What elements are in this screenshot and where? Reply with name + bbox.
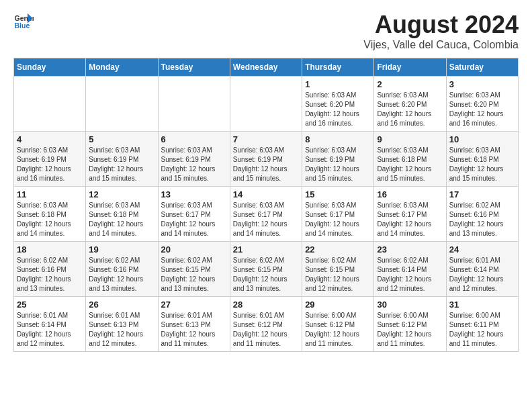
title-area: August 2024 Vijes, Valle del Cauca, Colo… xyxy=(363,11,519,51)
day-info: Sunrise: 6:01 AM Sunset: 6:13 PM Dayligh… xyxy=(89,311,154,349)
calendar-cell: 17Sunrise: 6:02 AM Sunset: 6:16 PM Dayli… xyxy=(446,187,518,242)
calendar-cell: 31Sunrise: 6:00 AM Sunset: 6:11 PM Dayli… xyxy=(446,297,518,352)
day-number: 11 xyxy=(17,189,83,199)
calendar-cell: 29Sunrise: 6:00 AM Sunset: 6:12 PM Dayli… xyxy=(302,297,374,352)
day-number: 23 xyxy=(377,244,443,255)
header-monday: Monday xyxy=(86,58,158,77)
page-subtitle: Vijes, Valle del Cauca, Colombia xyxy=(363,39,519,51)
calendar-cell: 9Sunrise: 6:03 AM Sunset: 6:18 PM Daylig… xyxy=(374,132,446,187)
calendar-cell: 30Sunrise: 6:00 AM Sunset: 6:12 PM Dayli… xyxy=(374,297,446,352)
day-number: 2 xyxy=(377,79,443,89)
header-sunday: Sunday xyxy=(14,58,86,77)
day-number: 8 xyxy=(305,134,371,144)
day-number: 7 xyxy=(233,134,299,144)
day-info: Sunrise: 6:01 AM Sunset: 6:14 PM Dayligh… xyxy=(17,311,83,349)
day-number: 14 xyxy=(233,189,299,199)
day-number: 24 xyxy=(449,244,515,255)
header: General Blue August 2024 Vijes, Valle de… xyxy=(13,11,519,51)
logo-icon: General Blue xyxy=(13,11,34,31)
svg-text:Blue: Blue xyxy=(15,21,30,30)
calendar-cell: 5Sunrise: 6:03 AM Sunset: 6:19 PM Daylig… xyxy=(86,132,158,187)
calendar-cell: 21Sunrise: 6:02 AM Sunset: 6:15 PM Dayli… xyxy=(230,242,302,297)
calendar-cell: 2Sunrise: 6:03 AM Sunset: 6:20 PM Daylig… xyxy=(374,77,446,132)
calendar-cell: 25Sunrise: 6:01 AM Sunset: 6:14 PM Dayli… xyxy=(14,297,86,352)
day-info: Sunrise: 6:03 AM Sunset: 6:20 PM Dayligh… xyxy=(449,91,515,128)
calendar-cell: 10Sunrise: 6:03 AM Sunset: 6:18 PM Dayli… xyxy=(446,132,518,187)
day-number: 15 xyxy=(305,189,371,199)
day-info: Sunrise: 6:02 AM Sunset: 6:16 PM Dayligh… xyxy=(17,256,83,293)
day-number: 6 xyxy=(161,134,227,144)
calendar-cell xyxy=(14,77,86,132)
day-info: Sunrise: 6:03 AM Sunset: 6:17 PM Dayligh… xyxy=(161,201,227,238)
day-number: 4 xyxy=(17,134,83,144)
day-info: Sunrise: 6:02 AM Sunset: 6:16 PM Dayligh… xyxy=(89,256,154,293)
day-info: Sunrise: 6:03 AM Sunset: 6:17 PM Dayligh… xyxy=(305,201,371,238)
calendar-cell: 14Sunrise: 6:03 AM Sunset: 6:17 PM Dayli… xyxy=(230,187,302,242)
day-number: 18 xyxy=(17,244,83,255)
day-number: 31 xyxy=(449,300,515,310)
day-info: Sunrise: 6:00 AM Sunset: 6:12 PM Dayligh… xyxy=(377,311,443,349)
day-number: 17 xyxy=(449,189,515,199)
calendar-cell: 13Sunrise: 6:03 AM Sunset: 6:17 PM Dayli… xyxy=(158,187,230,242)
calendar-cell: 27Sunrise: 6:01 AM Sunset: 6:13 PM Dayli… xyxy=(158,297,230,352)
calendar-cell: 3Sunrise: 6:03 AM Sunset: 6:20 PM Daylig… xyxy=(446,77,518,132)
calendar-week-row: 11Sunrise: 6:03 AM Sunset: 6:18 PM Dayli… xyxy=(14,187,519,242)
calendar-cell: 4Sunrise: 6:03 AM Sunset: 6:19 PM Daylig… xyxy=(14,132,86,187)
day-number: 20 xyxy=(161,244,227,255)
day-info: Sunrise: 6:01 AM Sunset: 6:14 PM Dayligh… xyxy=(449,256,515,293)
day-info: Sunrise: 6:03 AM Sunset: 6:19 PM Dayligh… xyxy=(161,146,227,183)
day-number: 28 xyxy=(233,300,299,310)
header-friday: Friday xyxy=(374,58,446,77)
day-number: 12 xyxy=(89,189,154,199)
page-title: August 2024 xyxy=(363,11,519,39)
day-info: Sunrise: 6:00 AM Sunset: 6:12 PM Dayligh… xyxy=(305,311,371,349)
logo: General Blue xyxy=(13,11,34,31)
calendar-week-row: 1Sunrise: 6:03 AM Sunset: 6:20 PM Daylig… xyxy=(14,77,519,132)
calendar-week-row: 4Sunrise: 6:03 AM Sunset: 6:19 PM Daylig… xyxy=(14,132,519,187)
header-wednesday: Wednesday xyxy=(230,58,302,77)
day-number: 26 xyxy=(89,300,154,310)
day-info: Sunrise: 6:02 AM Sunset: 6:15 PM Dayligh… xyxy=(305,256,371,293)
calendar-cell xyxy=(230,77,302,132)
calendar-cell: 24Sunrise: 6:01 AM Sunset: 6:14 PM Dayli… xyxy=(446,242,518,297)
day-info: Sunrise: 6:03 AM Sunset: 6:18 PM Dayligh… xyxy=(89,201,154,238)
calendar-cell: 28Sunrise: 6:01 AM Sunset: 6:12 PM Dayli… xyxy=(230,297,302,352)
calendar-cell: 1Sunrise: 6:03 AM Sunset: 6:20 PM Daylig… xyxy=(302,77,374,132)
day-number: 10 xyxy=(449,134,515,144)
calendar-cell: 8Sunrise: 6:03 AM Sunset: 6:19 PM Daylig… xyxy=(302,132,374,187)
day-info: Sunrise: 6:02 AM Sunset: 6:16 PM Dayligh… xyxy=(449,201,515,238)
day-info: Sunrise: 6:03 AM Sunset: 6:20 PM Dayligh… xyxy=(377,91,443,128)
day-number: 19 xyxy=(89,244,154,255)
calendar-cell: 6Sunrise: 6:03 AM Sunset: 6:19 PM Daylig… xyxy=(158,132,230,187)
day-info: Sunrise: 6:02 AM Sunset: 6:14 PM Dayligh… xyxy=(377,256,443,293)
day-info: Sunrise: 6:03 AM Sunset: 6:17 PM Dayligh… xyxy=(233,201,299,238)
header-saturday: Saturday xyxy=(446,58,518,77)
calendar-week-row: 18Sunrise: 6:02 AM Sunset: 6:16 PM Dayli… xyxy=(14,242,519,297)
day-info: Sunrise: 6:03 AM Sunset: 6:19 PM Dayligh… xyxy=(89,146,154,183)
day-number: 29 xyxy=(305,300,371,310)
calendar-cell: 19Sunrise: 6:02 AM Sunset: 6:16 PM Dayli… xyxy=(86,242,158,297)
day-number: 16 xyxy=(377,189,443,199)
calendar-cell xyxy=(158,77,230,132)
calendar-cell: 26Sunrise: 6:01 AM Sunset: 6:13 PM Dayli… xyxy=(86,297,158,352)
calendar-cell: 11Sunrise: 6:03 AM Sunset: 6:18 PM Dayli… xyxy=(14,187,86,242)
day-number: 5 xyxy=(89,134,154,144)
day-info: Sunrise: 6:03 AM Sunset: 6:19 PM Dayligh… xyxy=(17,146,83,183)
day-number: 25 xyxy=(17,300,83,310)
calendar-table: SundayMondayTuesdayWednesdayThursdayFrid… xyxy=(13,58,519,352)
day-number: 13 xyxy=(161,189,227,199)
day-info: Sunrise: 6:02 AM Sunset: 6:15 PM Dayligh… xyxy=(233,256,299,293)
calendar-cell xyxy=(86,77,158,132)
day-number: 1 xyxy=(305,79,371,89)
day-number: 30 xyxy=(377,300,443,310)
calendar-cell: 20Sunrise: 6:02 AM Sunset: 6:15 PM Dayli… xyxy=(158,242,230,297)
day-info: Sunrise: 6:03 AM Sunset: 6:18 PM Dayligh… xyxy=(449,146,515,183)
day-info: Sunrise: 6:03 AM Sunset: 6:19 PM Dayligh… xyxy=(233,146,299,183)
day-number: 22 xyxy=(305,244,371,255)
calendar-cell: 12Sunrise: 6:03 AM Sunset: 6:18 PM Dayli… xyxy=(86,187,158,242)
calendar-header-row: SundayMondayTuesdayWednesdayThursdayFrid… xyxy=(14,58,519,77)
calendar-week-row: 25Sunrise: 6:01 AM Sunset: 6:14 PM Dayli… xyxy=(14,297,519,352)
day-info: Sunrise: 6:01 AM Sunset: 6:12 PM Dayligh… xyxy=(233,311,299,349)
day-number: 21 xyxy=(233,244,299,255)
calendar-cell: 15Sunrise: 6:03 AM Sunset: 6:17 PM Dayli… xyxy=(302,187,374,242)
